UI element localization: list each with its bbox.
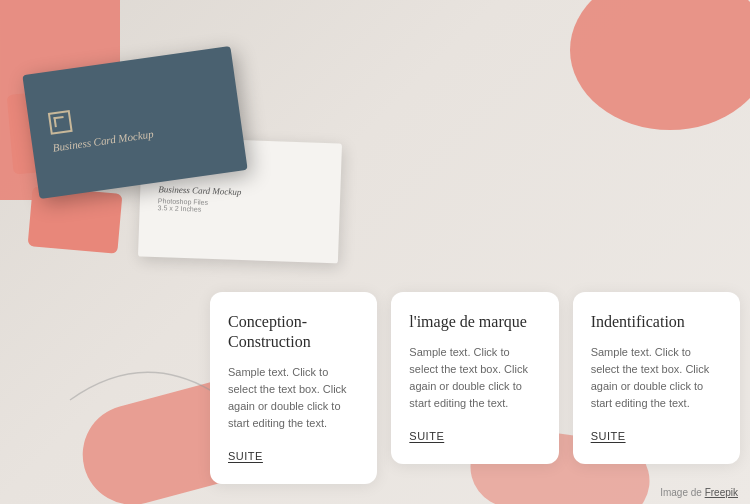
info-card-3-title: Indentification: [591, 312, 722, 332]
freepik-link[interactable]: Freepik: [705, 487, 738, 498]
footer-credit-text: Image de: [660, 487, 704, 498]
business-card-mockup: Business Card Mockup Business Card Mocku…: [10, 30, 380, 310]
info-card-1-title: Conception-Construction: [228, 312, 359, 352]
card-icon: [48, 110, 73, 135]
background: Business Card Mockup Business Card Mocku…: [0, 0, 750, 504]
info-card-3-body: Sample text. Click to select the text bo…: [591, 344, 722, 412]
info-card-2-body: Sample text. Click to select the text bo…: [409, 344, 540, 412]
info-card-3-link[interactable]: SUITE: [591, 430, 626, 442]
info-card-2: l'image de marque Sample text. Click to …: [391, 292, 558, 464]
info-card-1-body: Sample text. Click to select the text bo…: [228, 364, 359, 432]
footer-credit: Image de Freepik: [660, 487, 738, 498]
info-card-3: Indentification Sample text. Click to se…: [573, 292, 740, 464]
card-light-subtitle: Photoshop Files3.5 x 2 Inches: [158, 197, 209, 213]
info-card-1: Conception-Construction Sample text. Cli…: [210, 292, 377, 484]
decorative-shape-top-right: [570, 0, 750, 130]
info-card-2-link[interactable]: SUITE: [409, 430, 444, 442]
cards-section: Conception-Construction Sample text. Cli…: [210, 292, 740, 484]
info-card-1-link[interactable]: SUITE: [228, 450, 263, 462]
info-card-2-title: l'image de marque: [409, 312, 540, 332]
